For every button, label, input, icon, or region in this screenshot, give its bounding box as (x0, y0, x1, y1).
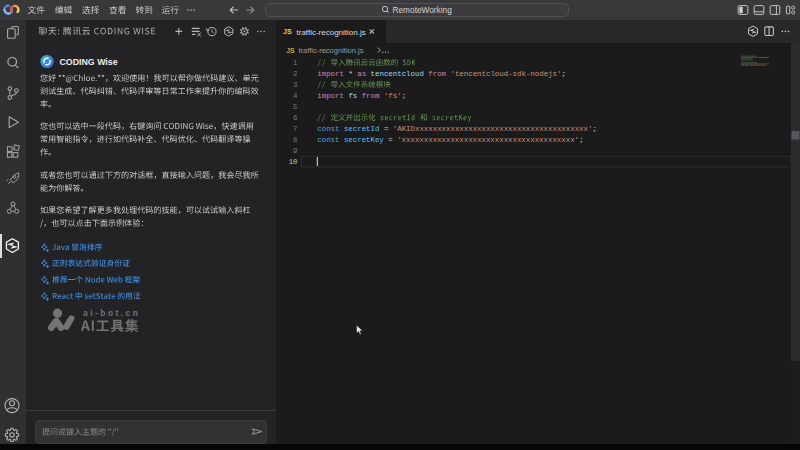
svg-text:RemoteWorking: RemoteWorking (393, 5, 453, 15)
svg-text:;: ; (562, 70, 566, 78)
svg-text:const: const (317, 125, 339, 133)
svg-text:1: 1 (293, 59, 298, 67)
svg-text:10: 10 (289, 158, 298, 166)
svg-text:=: = (388, 136, 393, 144)
svg-text:CODING Wise: CODING Wise (60, 57, 118, 67)
svg-text:'xxxxxxxxxxxxxxxxxxxxxxxxxxxxx: 'xxxxxxxxxxxxxxxxxxxxxxxxxxxxxxxxxxxxxxx… (397, 136, 579, 144)
svg-text:4: 4 (293, 92, 298, 100)
svg-text:JS: JS (286, 47, 295, 54)
svg-text:'AKIDxxxxxxxxxxxxxxxxxxxxxxxxx: 'AKIDxxxxxxxxxxxxxxxxxxxxxxxxxxxxxxxxxxx… (393, 125, 593, 133)
svg-text:8: 8 (293, 136, 297, 144)
svg-text:9: 9 (293, 147, 297, 155)
svg-text:from: from (362, 92, 380, 100)
svg-text:traffic-recognition.js: traffic-recognition.js (299, 46, 364, 55)
svg-text:traffic-recognition.js: traffic-recognition.js (297, 28, 366, 37)
svg-text:3: 3 (293, 81, 297, 89)
svg-text:=: = (384, 125, 389, 133)
svg-text:'tencentcloud-sdk-nodejs': 'tencentcloud-sdk-nodejs' (451, 70, 562, 78)
svg-text:;: ; (579, 136, 583, 144)
svg-text:'fs': 'fs' (384, 92, 402, 100)
svg-text:import: import (317, 70, 344, 78)
svg-text:;: ; (402, 92, 406, 100)
svg-text:tencentcloud: tencentcloud (371, 70, 424, 78)
svg-text:secretKey: secretKey (344, 136, 384, 144)
svg-text:from: from (428, 70, 446, 78)
svg-text:import: import (317, 92, 344, 100)
svg-text:*: * (348, 70, 352, 78)
svg-text:secretId: secretId (344, 125, 379, 133)
svg-text:5: 5 (293, 103, 297, 111)
svg-text:ai-bot.cn: ai-bot.cn (83, 308, 140, 318)
svg-text:7: 7 (293, 125, 297, 133)
svg-text:as: as (357, 70, 366, 78)
svg-text:fs: fs (348, 92, 357, 100)
svg-text:2: 2 (293, 70, 297, 78)
svg-text:JS: JS (283, 27, 292, 36)
svg-text:const: const (317, 136, 339, 144)
svg-text:;: ; (593, 125, 597, 133)
svg-text:6: 6 (293, 114, 297, 122)
